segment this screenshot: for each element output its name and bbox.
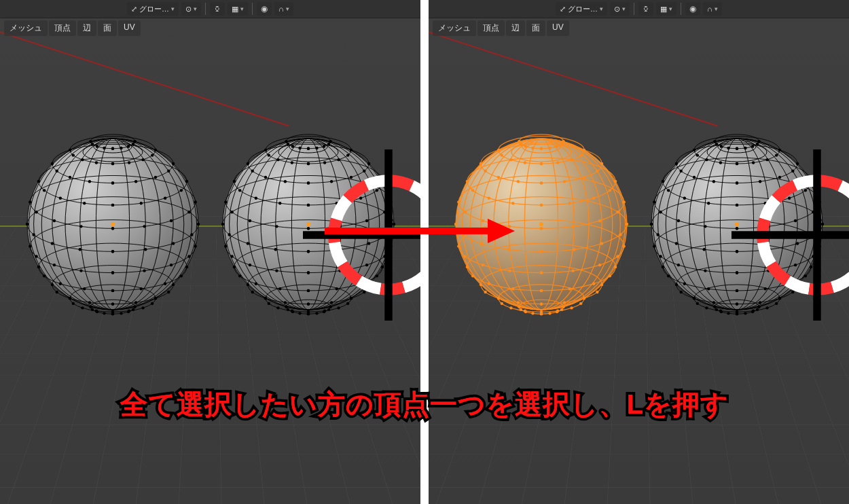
svg-point-556 [727,147,729,149]
pivot-dropdown[interactable]: ⊙ ▾ [610,2,630,16]
svg-point-315 [520,308,522,311]
svg-point-131 [133,140,136,143]
snap-toggle[interactable]: ⧲ [638,2,653,16]
svg-point-485 [683,282,686,285]
svg-point-466 [719,310,722,312]
menu-edge[interactable]: 辺 [77,20,96,36]
svg-point-187 [330,301,333,304]
svg-point-222 [228,233,230,236]
svg-point-250 [367,162,370,165]
svg-point-136 [111,147,114,150]
uv-sphere-b[interactable] [223,139,394,310]
svg-point-53 [55,291,58,293]
svg-point-263 [276,158,279,161]
svg-point-99 [164,196,166,199]
svg-point-336 [497,297,500,300]
svg-point-205 [307,289,310,292]
uv-sphere-a[interactable] [27,139,198,310]
svg-point-533 [675,162,678,165]
svg-point-33 [91,308,94,311]
menu-face[interactable]: 面 [98,20,117,36]
svg-point-347 [511,287,514,290]
svg-point-114 [69,176,71,179]
menu-face[interactable]: 面 [526,20,545,36]
svg-point-169 [327,308,330,311]
svg-point-277 [278,143,338,162]
svg-point-477 [736,302,738,305]
svg-point-326 [509,306,512,309]
svg-point-380 [568,202,571,204]
falloff-icon: ∩ [278,5,284,13]
uv-sphere-b[interactable] [651,139,823,310]
svg-point-80 [190,233,193,236]
svg-point-550 [751,145,754,147]
svg-point-223 [247,242,249,245]
menu-uv[interactable]: UV [547,20,569,36]
svg-point-48 [134,301,137,304]
svg-point-411 [556,145,558,147]
chevron-down-icon: ▾ [194,5,197,12]
svg-point-418 [540,147,543,150]
svg-point-62 [37,266,40,268]
mesh-menu-bar: メッシュ 頂点 辺 面 UV [433,20,569,36]
svg-point-138 [83,143,143,162]
viewport-left[interactable]: ⤢ グロー… ▾ ⊙ ▾ ⧲ ▦ ▾ ◉ ∩ ▾ メッシュ 頂点 [0,0,420,504]
svg-point-199 [376,274,378,277]
svg-point-128 [120,147,122,149]
orientation-label: グロー… [568,4,598,14]
svg-point-340 [568,287,571,290]
svg-point-381 [592,196,595,199]
svg-point-134 [96,145,98,147]
menu-edge[interactable]: 辺 [506,20,525,36]
menu-uv[interactable]: UV [118,20,141,36]
svg-point-194 [284,301,287,304]
svg-point-200 [381,266,384,268]
snap-toggle[interactable]: ⧲ [210,2,225,16]
svg-point-534 [679,170,682,173]
svg-point-471 [791,291,794,293]
svg-point-474 [679,291,682,293]
menu-mesh[interactable]: メッシュ [433,20,476,36]
proportional-toggle[interactable]: ◉ [685,2,700,16]
svg-point-383 [614,180,617,183]
svg-point-264 [291,161,293,164]
svg-point-365 [460,233,463,236]
menu-vertex[interactable]: 頂点 [477,20,505,36]
svg-point-70 [187,255,190,257]
svg-point-449 [744,312,746,314]
svg-point-356 [482,264,484,266]
svg-point-394 [480,162,482,165]
svg-point-544 [696,154,699,156]
svg-point-517 [736,227,738,230]
svg-point-229 [383,211,386,213]
menu-mesh[interactable]: メッシュ [4,20,48,36]
snap-increment-icon: ▦ [232,5,238,14]
svg-point-238 [359,196,362,199]
svg-point-393 [600,162,603,165]
pivot-dropdown[interactable]: ⊙ ▾ [181,2,201,16]
svg-point-248 [350,176,353,179]
proportional-dropdown[interactable]: ∩ ▾ [703,2,722,16]
svg-point-55 [88,301,91,304]
svg-point-188 [350,297,353,300]
svg-point-251 [247,162,249,165]
uv-sphere-a-selected[interactable] [456,139,627,310]
svg-point-500 [796,242,799,245]
svg-point-540 [765,158,768,161]
orientation-label: グロー… [139,4,169,14]
proportional-toggle[interactable]: ◉ [257,2,272,16]
svg-point-190 [367,283,370,286]
svg-point-106 [111,204,114,206]
menu-vertex[interactable]: 頂点 [49,20,76,36]
svg-point-63 [43,274,46,277]
svg-point-386 [488,196,490,199]
svg-point-241 [233,180,236,183]
proportional-dropdown[interactable]: ∩ ▾ [274,2,293,16]
svg-point-385 [471,189,474,192]
snap-dropdown[interactable]: ▦ ▾ [656,2,676,16]
transform-orientation-dropdown[interactable]: ⤢ グロー… ▾ [127,2,179,16]
snap-dropdown[interactable]: ▦ ▾ [228,2,248,16]
svg-point-519 [764,202,767,204]
transform-orientation-dropdown[interactable]: ⤢ グロー… ▾ [556,2,607,16]
viewport-right[interactable]: ⤢ グロー… ▾ ⊙ ▾ ⧲ ▦ ▾ ◉ ∩ ▾ メッシュ 頂点 [429,0,849,504]
